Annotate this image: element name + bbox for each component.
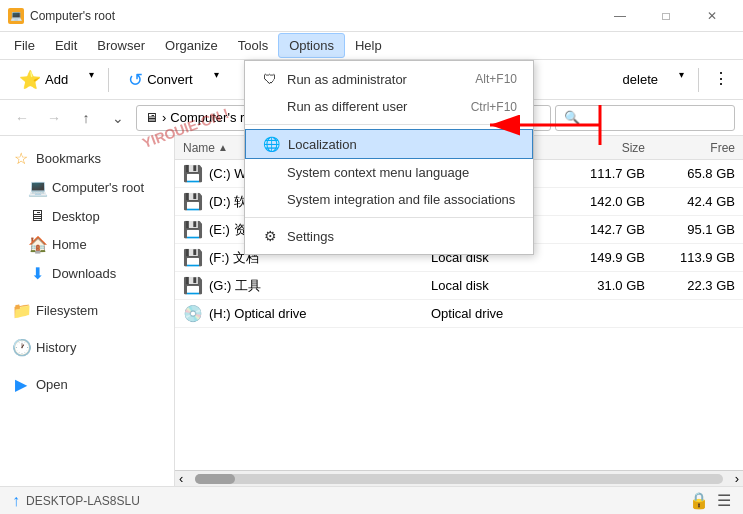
convert-icon: ↺: [128, 69, 143, 91]
address-separator: ›: [162, 110, 166, 125]
add-button[interactable]: ⭐ Add: [8, 64, 79, 96]
menu-options[interactable]: Options: [278, 33, 345, 58]
downloads-icon: ⬇: [28, 264, 46, 283]
open-icon: ▶: [12, 375, 30, 394]
maximize-button[interactable]: □: [643, 0, 689, 32]
computer-name: DESKTOP-LAS8SLU: [26, 494, 140, 508]
sidebar-item-filesystem[interactable]: 📁 Filesystem: [0, 296, 174, 325]
add-dropdown-arrow[interactable]: ▾: [83, 64, 100, 96]
drive-h-icon: 💿: [183, 304, 203, 323]
dropdown-localization[interactable]: 🌐 Localization: [245, 129, 533, 159]
context-menu-label: System context menu language: [287, 165, 469, 180]
address-dropdown-button[interactable]: ⌄: [104, 104, 132, 132]
drive-g-icon: 💾: [183, 276, 203, 295]
address-pc-icon: 🖥: [145, 110, 158, 125]
sidebar-item-open[interactable]: ▶ Open: [0, 370, 174, 399]
dropdown-settings[interactable]: ⚙ Settings: [245, 222, 533, 250]
system-integration-label: System integration and file associations: [287, 192, 515, 207]
sidebar-item-computer[interactable]: 💻 Computer's root: [0, 173, 174, 202]
menu-help[interactable]: Help: [345, 34, 392, 57]
run-admin-label: Run as administrator: [287, 72, 407, 87]
window-title: Computer's root: [30, 9, 115, 23]
history-label: History: [36, 340, 76, 355]
up-button[interactable]: ↑: [72, 104, 100, 132]
sidebar: ☆ Bookmarks 💻 Computer's root 🖥 Desktop …: [0, 136, 175, 486]
home-label: Home: [52, 237, 87, 252]
menu-tools[interactable]: Tools: [228, 34, 278, 57]
scroll-left-arrow[interactable]: ‹: [175, 471, 187, 486]
add-label: Add: [45, 72, 68, 87]
sidebar-item-desktop[interactable]: 🖥 Desktop: [0, 202, 174, 230]
convert-label: Convert: [147, 72, 193, 87]
sidebar-item-history[interactable]: 🕐 History: [0, 333, 174, 362]
bookmarks-label: Bookmarks: [36, 151, 101, 166]
dropdown-context-menu-lang[interactable]: System context menu language: [245, 159, 533, 186]
close-button[interactable]: ✕: [689, 0, 735, 32]
window-controls: — □ ✕: [597, 0, 735, 32]
menu-organize[interactable]: Organize: [155, 34, 228, 57]
drive-e-icon: 💾: [183, 220, 203, 239]
run-admin-shortcut: Alt+F10: [475, 72, 517, 86]
minimize-button[interactable]: —: [597, 0, 643, 32]
open-label: Open: [36, 377, 68, 392]
convert-button[interactable]: ↺ Convert: [117, 64, 204, 96]
menubar: File Edit Browser Organize Tools Options…: [0, 32, 743, 60]
convert-dropdown-arrow[interactable]: ▾: [208, 64, 225, 96]
localization-icon: 🌐: [262, 136, 280, 152]
dropdown-run-as-admin[interactable]: 🛡 Run as administrator Alt+F10: [245, 65, 533, 93]
menu-file[interactable]: File: [4, 34, 45, 57]
scrollbar-thumb[interactable]: [195, 474, 235, 484]
forward-button[interactable]: →: [40, 104, 68, 132]
drive-f-icon: 💾: [183, 248, 203, 267]
sidebar-item-home[interactable]: 🏠 Home: [0, 230, 174, 259]
app-icon: 💻: [8, 8, 24, 24]
history-icon: 🕐: [12, 338, 30, 357]
localization-label: Localization: [288, 137, 357, 152]
computer-icon: 💻: [28, 178, 46, 197]
menu-browser[interactable]: Browser: [87, 34, 155, 57]
toolbar-divider-1: [108, 68, 109, 92]
filesystem-label: Filesystem: [36, 303, 98, 318]
downloads-label: Downloads: [52, 266, 116, 281]
dropdown-system-integration[interactable]: System integration and file associations: [245, 186, 533, 213]
admin-icon: 🛡: [261, 71, 279, 87]
filesystem-icon: 📁: [12, 301, 30, 320]
dropdown-separator-1: [245, 124, 533, 125]
titlebar: 💻 Computer's root — □ ✕: [0, 0, 743, 32]
dropdown-overlay[interactable]: 🛡 Run as administrator Alt+F10 Run as di…: [244, 60, 743, 514]
computer-label: Computer's root: [52, 180, 144, 195]
home-icon: 🏠: [28, 235, 46, 254]
drive-d-icon: 💾: [183, 192, 203, 211]
dropdown-separator-2: [245, 217, 533, 218]
sidebar-item-bookmarks-header[interactable]: ☆ Bookmarks: [0, 144, 174, 173]
dropdown-run-as-different[interactable]: Run as different user Ctrl+F10: [245, 93, 533, 120]
drive-c-icon: 💾: [183, 164, 203, 183]
sidebar-item-downloads[interactable]: ⬇ Downloads: [0, 259, 174, 288]
settings-label: Settings: [287, 229, 334, 244]
add-icon: ⭐: [19, 69, 41, 91]
run-different-shortcut: Ctrl+F10: [471, 100, 517, 114]
status-arrow-icon: ↑: [12, 492, 20, 510]
desktop-label: Desktop: [52, 209, 100, 224]
bookmarks-icon: ☆: [12, 149, 30, 168]
run-different-label: Run as different user: [287, 99, 407, 114]
settings-icon: ⚙: [261, 228, 279, 244]
options-dropdown-menu: 🛡 Run as administrator Alt+F10 Run as di…: [244, 60, 534, 255]
menu-edit[interactable]: Edit: [45, 34, 87, 57]
back-button[interactable]: ←: [8, 104, 36, 132]
desktop-icon: 🖥: [28, 207, 46, 225]
